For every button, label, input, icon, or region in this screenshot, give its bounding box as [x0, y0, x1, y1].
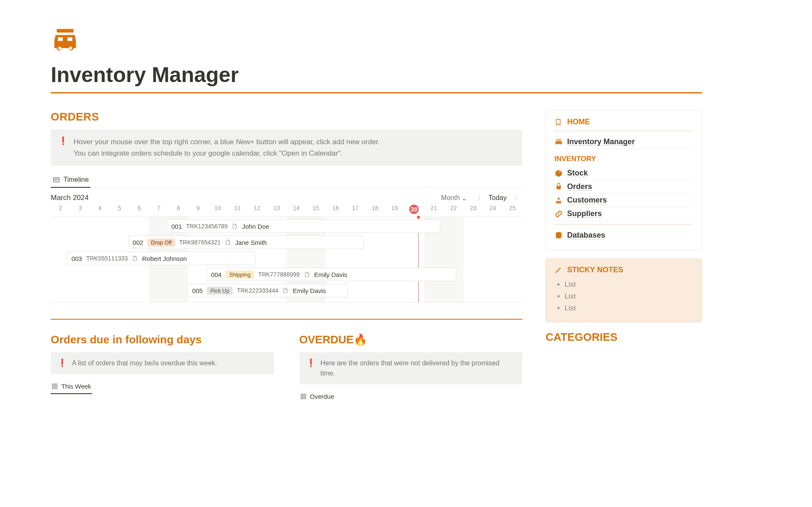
svg-rect-1 [58, 37, 63, 41]
tab-timeline[interactable]: Timeline [51, 173, 91, 188]
sidebar-link-label: Orders [567, 182, 592, 191]
sidebar-link-label: Databases [567, 231, 605, 240]
order-customer: Emily Davis [293, 287, 326, 294]
timeline-day: 5 [110, 205, 129, 214]
sticky-notes-list: List List List [554, 279, 693, 314]
list-item[interactable]: List [565, 279, 693, 290]
exclaim-icon: ❗ [58, 358, 67, 368]
timeline-prev[interactable]: 〈 [473, 194, 483, 202]
timeline-day: 7 [149, 205, 168, 214]
timeline-scale-select[interactable]: Month ⌄ [441, 194, 467, 202]
document-icon [304, 271, 310, 277]
gallery-icon [300, 393, 307, 400]
order-customer: Robert Johnson [142, 255, 187, 262]
link-icon [554, 210, 563, 218]
overdue-hint: Here are the orders that were not delive… [321, 358, 516, 378]
order-card[interactable]: 004ShippingTRK777888999Emily Davis [206, 268, 456, 281]
chevron-down-icon: ⌄ [461, 194, 467, 202]
person-icon [554, 196, 563, 205]
sidebar-item-stock[interactable]: Stock [554, 167, 693, 180]
sidebar-item-inventory-manager[interactable]: Inventory Manager [554, 135, 693, 149]
timeline-day: 12 [247, 205, 267, 214]
box-icon [554, 169, 563, 178]
overdue-callout: ❗ Here are the orders that were not deli… [299, 352, 523, 384]
svg-rect-10 [52, 387, 54, 389]
timeline-day: 10 [208, 205, 228, 214]
order-id: 001 [171, 223, 182, 230]
timeline-next[interactable]: 〉 [513, 194, 522, 202]
order-id: 004 [211, 271, 222, 278]
sidebar-item-orders[interactable]: Orders [554, 180, 693, 194]
timeline-day-row: 2345678910111213141516171819202122232425 [51, 205, 522, 217]
order-tracking: TRK123456789 [186, 223, 228, 230]
categories-heading: CATEGORIES [546, 331, 702, 344]
svg-rect-5 [53, 178, 59, 182]
timeline-day: 16 [326, 205, 345, 214]
svg-rect-11 [55, 387, 57, 389]
bookmark-icon [554, 118, 562, 126]
timeline-day: 21 [424, 205, 444, 214]
svg-rect-9 [55, 384, 57, 386]
timeline-day: 17 [346, 205, 365, 214]
tab-this-week[interactable]: This Week [51, 381, 92, 394]
timeline-month: March 2024 [51, 194, 89, 202]
due-callout: ❗ A list of orders that may be/is overdu… [51, 352, 274, 374]
timeline-day: 20 [404, 205, 424, 214]
sticky-notes-header: STICKY NOTES [567, 266, 623, 274]
sidebar-item-databases[interactable]: Databases [554, 229, 693, 242]
timeline-today-button[interactable]: Today [488, 194, 507, 202]
timeline-icon [52, 176, 60, 184]
tab-this-week-label: This Week [61, 383, 91, 390]
svg-rect-15 [304, 397, 305, 399]
timeline-day: 4 [90, 205, 110, 214]
order-tracking: TRK777888999 [258, 271, 300, 278]
document-icon [232, 223, 238, 229]
order-id: 002 [133, 239, 143, 246]
order-card[interactable]: 002Drop OffTRK987654321Jane Smith [128, 236, 364, 249]
gallery-icon [52, 383, 58, 389]
order-customer: Emily Davis [314, 271, 347, 278]
sidebar-nav-card: HOME Inventory Manager INVENTORY Stock O… [546, 110, 702, 250]
inventory-header: INVENTORY [554, 155, 693, 163]
order-customer: Jane Smith [235, 239, 267, 246]
timeline-day: 13 [267, 205, 286, 214]
page-title: Inventory Manager [51, 63, 702, 87]
sidebar-link-label: Customers [567, 196, 607, 205]
order-tracking: TRK555111333 [86, 255, 128, 262]
order-tag: Pick Up [207, 287, 233, 295]
tab-overdue-label: Overdue [310, 393, 335, 400]
sidebar-item-customers[interactable]: Customers [554, 194, 693, 207]
order-id: 003 [71, 255, 82, 262]
order-card[interactable]: 001TRK123456789John Doe [167, 219, 440, 233]
timeline-day: 9 [188, 205, 208, 214]
svg-rect-2 [68, 37, 72, 41]
timeline-scale-label: Month [441, 194, 460, 202]
page-icon [51, 25, 702, 54]
header-rule [51, 92, 702, 93]
timeline-body[interactable]: 001TRK123456789John Doe002Drop OffTRK987… [51, 217, 522, 303]
orders-heading: ORDERS [51, 110, 522, 123]
sidebar-item-suppliers[interactable]: Suppliers [554, 207, 693, 221]
list-item[interactable]: List [565, 290, 693, 302]
order-tag: Drop Off [148, 238, 175, 247]
svg-rect-17 [557, 141, 558, 142]
tab-overdue[interactable]: Overdue [299, 391, 335, 403]
exclaim-icon: ❗ [306, 358, 315, 378]
timeline-day: 6 [129, 205, 149, 214]
sidebar-link-label: Stock [567, 169, 588, 178]
list-item[interactable]: List [565, 302, 693, 314]
section-rule [51, 319, 522, 320]
svg-rect-14 [301, 397, 302, 399]
order-card[interactable]: 003TRK555111333Robert Johnson [67, 252, 255, 265]
sidebar-link-label: Inventory Manager [567, 137, 635, 146]
document-icon [225, 239, 231, 245]
document-icon [132, 255, 138, 261]
svg-point-3 [58, 47, 61, 49]
timeline-day: 8 [169, 205, 188, 214]
timeline-day: 24 [483, 205, 502, 214]
timeline-day: 22 [444, 205, 463, 214]
order-tag: Shipping [226, 271, 254, 279]
document-icon [283, 288, 288, 293]
order-card[interactable]: 005Pick UpTRK222333444Emily Davis [187, 284, 348, 297]
orders-callout: ❗ Hover your mouse over the top right co… [51, 129, 522, 166]
